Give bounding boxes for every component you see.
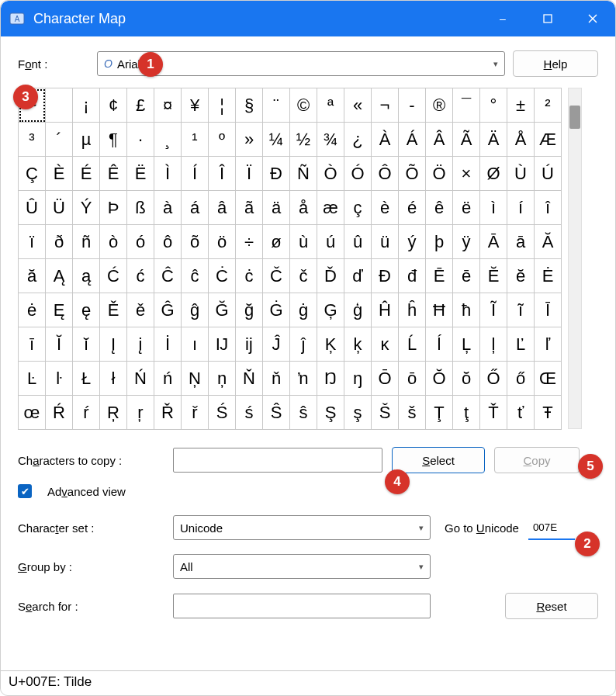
char-cell[interactable]: õ — [182, 225, 209, 259]
char-cell[interactable]: ī — [19, 327, 46, 362]
char-cell[interactable]: ¦ — [209, 88, 236, 123]
char-cell[interactable]: Ã — [453, 123, 480, 157]
grid-scrollbar[interactable] — [568, 88, 582, 429]
char-cell[interactable]: · — [127, 123, 154, 157]
char-cell[interactable]: Ş — [317, 396, 344, 430]
char-cell[interactable]: å — [290, 191, 317, 225]
char-cell[interactable]: Ř — [154, 396, 182, 430]
char-cell[interactable]: č — [290, 259, 317, 293]
char-cell[interactable]: Ŗ — [100, 396, 127, 430]
scrollbar-thumb[interactable] — [569, 106, 580, 129]
char-cell[interactable]: ² — [535, 88, 562, 123]
char-cell[interactable]: É — [73, 157, 100, 191]
char-cell[interactable]: Ĳ — [209, 327, 236, 362]
char-cell[interactable]: đ — [399, 259, 426, 293]
char-cell[interactable]: Ì — [154, 157, 182, 191]
char-cell[interactable]: - — [399, 88, 426, 123]
char-cell[interactable]: Š — [372, 396, 399, 430]
char-cell[interactable]: Ø — [480, 157, 507, 191]
char-cell[interactable] — [46, 88, 73, 123]
char-cell[interactable]: Õ — [399, 157, 426, 191]
char-cell[interactable]: á — [182, 191, 209, 225]
char-cell[interactable]: ª — [317, 88, 344, 123]
char-cell[interactable]: ĕ — [507, 259, 535, 293]
char-cell[interactable]: µ — [73, 123, 100, 157]
char-cell[interactable]: ¥ — [182, 88, 209, 123]
char-cell[interactable]: ţ — [453, 396, 480, 430]
char-cell[interactable]: ä — [263, 191, 290, 225]
charset-select[interactable]: Unicode ▾ — [173, 515, 431, 540]
char-cell[interactable]: ÷ — [236, 225, 263, 259]
char-cell[interactable]: ğ — [236, 293, 263, 327]
char-cell[interactable]: Ť — [480, 396, 507, 430]
char-cell[interactable]: İ — [154, 327, 182, 362]
char-cell[interactable]: Ð — [263, 157, 290, 191]
char-cell[interactable]: Ô — [372, 157, 399, 191]
titlebar[interactable]: A Character Map – — [1, 1, 615, 36]
char-cell[interactable]: Ü — [46, 191, 73, 225]
char-cell[interactable]: š — [399, 396, 426, 430]
char-cell[interactable]: À — [372, 123, 399, 157]
char-cell[interactable]: Ċ — [209, 259, 236, 293]
char-cell[interactable]: Ë — [127, 157, 154, 191]
char-cell[interactable]: © — [290, 88, 317, 123]
char-cell[interactable]: Þ — [100, 191, 127, 225]
char-cell[interactable]: Â — [426, 123, 453, 157]
groupby-select[interactable]: All ▾ — [173, 554, 431, 579]
char-cell[interactable]: ¾ — [317, 123, 344, 157]
char-cell[interactable]: ü — [372, 225, 399, 259]
char-cell[interactable]: ħ — [453, 293, 480, 327]
help-button[interactable]: Help — [513, 50, 598, 77]
char-cell[interactable]: Ķ — [317, 327, 344, 362]
close-button[interactable] — [570, 1, 615, 36]
char-cell[interactable]: Ő — [480, 362, 507, 396]
char-cell[interactable]: Ý — [73, 191, 100, 225]
char-cell[interactable]: í — [507, 191, 535, 225]
char-cell[interactable]: Ĩ — [480, 293, 507, 327]
char-cell[interactable]: ş — [344, 396, 372, 430]
char-cell[interactable]: ě — [127, 293, 154, 327]
char-cell[interactable]: Ŀ — [19, 362, 46, 396]
char-cell[interactable]: ģ — [344, 293, 372, 327]
char-cell[interactable]: ŏ — [453, 362, 480, 396]
char-cell[interactable]: º — [209, 123, 236, 157]
char-cell[interactable]: ô — [154, 225, 182, 259]
char-cell[interactable]: è — [372, 191, 399, 225]
char-cell[interactable]: Ī — [535, 293, 562, 327]
char-cell[interactable]: Ñ — [290, 157, 317, 191]
char-cell[interactable]: ¶ — [100, 123, 127, 157]
char-cell[interactable]: Ĵ — [263, 327, 290, 362]
char-cell[interactable]: ð — [46, 225, 73, 259]
char-cell[interactable]: ĥ — [399, 293, 426, 327]
minimize-button[interactable]: – — [480, 1, 525, 36]
char-cell[interactable]: ĺ — [426, 327, 453, 362]
char-cell[interactable]: Ó — [344, 157, 372, 191]
advanced-checkbox[interactable]: ✔ — [18, 484, 32, 498]
char-cell[interactable]: ċ — [236, 259, 263, 293]
char-cell[interactable]: ý — [399, 225, 426, 259]
reset-button[interactable]: Reset — [505, 593, 598, 619]
char-cell[interactable]: ¨ — [263, 88, 290, 123]
char-cell[interactable]: Ĕ — [480, 259, 507, 293]
char-cell[interactable]: Ŏ — [426, 362, 453, 396]
char-cell[interactable]: ť — [507, 396, 535, 430]
char-cell[interactable]: â — [209, 191, 236, 225]
char-cell[interactable]: ś — [236, 396, 263, 430]
char-cell[interactable]: Ē — [426, 259, 453, 293]
character-grid[interactable]: ~ ¡¢£¤¥¦§¨©ª«¬-®¯°±²³´µ¶·¸¹º»¼½¾¿ÀÁÂÃÄÅÆ… — [18, 88, 562, 430]
char-cell[interactable]: ā — [507, 225, 535, 259]
char-cell[interactable]: Ţ — [426, 396, 453, 430]
char-cell[interactable]: ê — [426, 191, 453, 225]
char-cell[interactable]: ³ — [19, 123, 46, 157]
char-cell[interactable]: Ä — [480, 123, 507, 157]
char-cell[interactable]: Û — [19, 191, 46, 225]
char-cell[interactable]: ß — [127, 191, 154, 225]
char-cell[interactable]: ŋ — [344, 362, 372, 396]
char-cell[interactable]: Ŋ — [317, 362, 344, 396]
char-cell[interactable]: Ę — [46, 293, 73, 327]
char-cell[interactable]: þ — [426, 225, 453, 259]
search-input[interactable] — [173, 594, 431, 618]
char-cell[interactable]: ï — [19, 225, 46, 259]
char-cell[interactable]: ĸ — [372, 327, 399, 362]
char-cell[interactable]: ÿ — [453, 225, 480, 259]
